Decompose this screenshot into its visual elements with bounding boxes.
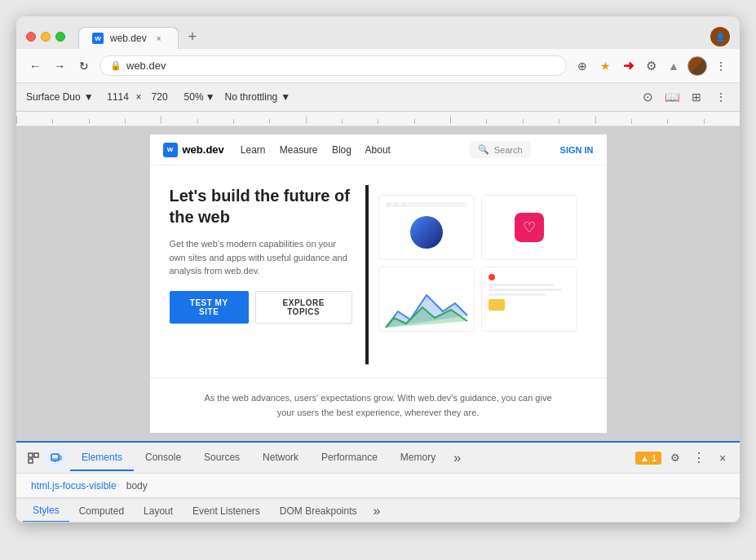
more-tabs-button[interactable]: » [447, 448, 467, 469]
zoom-value: 50% [184, 91, 204, 103]
search-placeholder: Search [494, 145, 523, 155]
ruler-bar [16, 112, 740, 126]
address-bar[interactable]: 🔒 web.dev [99, 55, 567, 76]
extension-gear-button[interactable]: ⚙ [642, 57, 660, 75]
devtools-settings-button[interactable]: ⚙ [665, 448, 686, 469]
warning-badge[interactable]: ▲ 1 [635, 452, 661, 465]
tab-network[interactable]: Network [251, 445, 310, 471]
toolbar-more-button[interactable]: ⋮ [712, 88, 730, 106]
svg-rect-3 [51, 454, 59, 461]
close-button[interactable] [26, 32, 36, 42]
active-tab[interactable]: W web.dev × [78, 27, 179, 49]
nav-actions: ⊕ ★ ➜ ⚙ ▲ ⋮ [573, 56, 730, 76]
traffic-lights [26, 32, 65, 42]
tab-memory[interactable]: Memory [389, 445, 447, 471]
device-toggle-icon[interactable]: ⊙ [639, 88, 657, 106]
screenshot-icon[interactable]: ⊞ [687, 88, 705, 106]
tab-performance[interactable]: Performance [310, 445, 389, 471]
tab-bar: W web.dev × + [78, 24, 704, 49]
tab-sources[interactable]: Sources [192, 445, 251, 471]
test-my-site-button[interactable]: TEST MY SITE [170, 291, 249, 324]
subtab-styles[interactable]: Styles [23, 500, 69, 523]
subtabs-more-button[interactable]: » [367, 500, 387, 522]
forward-button[interactable]: → [51, 57, 69, 75]
device-selector[interactable]: Surface Duo ▼ [26, 91, 94, 103]
split-line [365, 185, 369, 364]
maximize-button[interactable] [55, 32, 65, 42]
alert-button[interactable]: ▲ [665, 57, 683, 75]
inspect-element-button[interactable] [23, 448, 44, 469]
more-button[interactable]: ⋮ [712, 57, 730, 75]
height-input[interactable] [145, 91, 175, 103]
nav-measure[interactable]: Measure [280, 144, 318, 156]
svg-rect-4 [60, 456, 61, 460]
device-mode-button[interactable] [46, 448, 67, 469]
devtools-panel: Elements Console Sources Network Perform… [16, 441, 740, 523]
webdev-logo: W web.dev [163, 143, 224, 157]
tab-close-button[interactable]: × [153, 33, 165, 44]
tab-favicon: W [92, 33, 104, 44]
subtab-dom-breakpoints[interactable]: DOM Breakpoints [270, 500, 367, 522]
breadcrumb-body[interactable]: body [122, 478, 153, 493]
subtab-event-listeners[interactable]: Event Listeners [183, 500, 270, 522]
explore-topics-button[interactable]: EXPLORE TOPICS [255, 291, 352, 324]
signin-button[interactable]: SIGN IN [560, 145, 594, 155]
subtab-layout[interactable]: Layout [134, 500, 183, 522]
ruler-mark [378, 119, 413, 124]
throttle-selector[interactable]: No throttling ▼ [225, 91, 291, 103]
svg-rect-2 [34, 453, 38, 457]
devtools-close-button[interactable]: × [712, 448, 733, 469]
profile-icon[interactable]: 👤 [710, 27, 730, 46]
ruler-mark [595, 116, 631, 124]
devtools-more-button[interactable]: ⋮ [686, 447, 712, 469]
throttle-chevron: ▼ [281, 91, 290, 103]
book-icon[interactable]: 📖 [663, 88, 681, 106]
nav-learn[interactable]: Learn [241, 144, 266, 156]
svg-rect-0 [29, 453, 33, 457]
zoom-selector[interactable]: 50% ▼ [184, 91, 215, 103]
ruler-mark [631, 119, 667, 124]
new-tab-button[interactable]: + [182, 24, 204, 49]
nav-blog[interactable]: Blog [332, 144, 351, 156]
throttle-value: No throttling [225, 91, 278, 103]
ruler-mark [306, 116, 342, 124]
subtab-computed[interactable]: Computed [69, 500, 134, 522]
hero-buttons: TEST MY SITE EXPLORE TOPICS [170, 291, 352, 324]
back-button[interactable]: ← [26, 57, 44, 75]
svg-line-6 [55, 461, 55, 462]
ruler-mark [52, 119, 88, 124]
logo-text: web.dev [183, 143, 224, 156]
logo-icon: W [163, 143, 178, 157]
ruler-mark [269, 119, 305, 124]
zoom-chevron: ▼ [206, 91, 215, 103]
svg-rect-1 [29, 459, 33, 463]
simulated-page: W web.dev Learn Measure Blog About 🔍 Sea… [150, 134, 607, 433]
ruler-mark [559, 119, 595, 124]
tab-console[interactable]: Console [134, 445, 192, 471]
profile-avatar[interactable] [687, 56, 707, 76]
tab-elements[interactable]: Elements [70, 445, 134, 471]
breadcrumb-bar: html.js-focus-visible body [16, 474, 740, 498]
hero-description: As the web advances, users' expectations… [150, 377, 607, 433]
device-chevron: ▼ [84, 91, 94, 103]
search-box[interactable]: 🔍 Search [470, 141, 531, 158]
breadcrumb-html[interactable]: html.js-focus-visible [26, 478, 122, 493]
minimize-button[interactable] [41, 32, 51, 42]
tab-title: web.dev [110, 33, 147, 44]
ruler-mark [414, 119, 450, 124]
device-toolbar: Surface Duo ▼ × 50% ▼ No throttling ▼ ⊙ … [16, 83, 740, 112]
extensions-button[interactable]: ⊕ [573, 57, 591, 75]
webdev-nav: Learn Measure Blog About [241, 144, 402, 156]
width-input[interactable] [104, 91, 133, 103]
refresh-button[interactable]: ↻ [75, 57, 93, 75]
ruler-mark [523, 119, 559, 124]
nav-bar: ← → ↻ 🔒 web.dev ⊕ ★ ➜ ⚙ ▲ ⋮ [16, 49, 740, 83]
extension-arrow-button[interactable]: ➜ [619, 57, 637, 75]
device-name: Surface Duo [26, 91, 81, 103]
nav-about[interactable]: About [365, 144, 391, 156]
bookmark-button[interactable]: ★ [596, 57, 614, 75]
dimensions-times: × [136, 91, 142, 103]
url-text: web.dev [126, 60, 166, 72]
ruler-mark [89, 119, 125, 124]
ruler-mark [197, 119, 233, 124]
